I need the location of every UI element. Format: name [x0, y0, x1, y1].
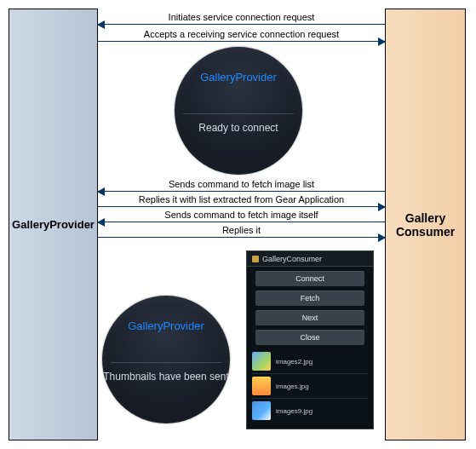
- list-item[interactable]: images9.jpg: [252, 398, 368, 423]
- arrow-reply-list-label: Replies it with list extracted from Gear…: [98, 194, 385, 204]
- thumbnail-icon: [252, 377, 271, 395]
- close-button[interactable]: Close: [255, 330, 364, 345]
- watch-divider: [111, 362, 221, 363]
- file-name: images.jpg: [276, 383, 309, 390]
- arrow-fetch-image-label: Sends command to fetch image itself: [98, 210, 385, 220]
- file-name: images2.jpg: [276, 358, 313, 366]
- list-item[interactable]: images.jpg: [252, 373, 368, 398]
- watch-face-ready: GalleryProvider Ready to connect: [175, 47, 302, 175]
- provider-box: GalleryProvider: [9, 9, 98, 440]
- watch-title: GalleryProvider: [175, 71, 302, 83]
- arrow-fetch-list: Sends command to fetch image list: [98, 191, 385, 192]
- file-name: images9.jpg: [276, 407, 313, 415]
- app-icon: [252, 256, 259, 262]
- watch-title: GalleryProvider: [102, 319, 230, 332]
- arrowhead-right-icon: [378, 37, 386, 46]
- arrowhead-left-icon: [97, 20, 105, 29]
- arrow-fetch-list-label: Sends command to fetch image list: [98, 179, 385, 189]
- list-item[interactable]: images2.jpg: [252, 349, 368, 373]
- watch-divider: [183, 113, 294, 114]
- thumbnail-list: images2.jpg images.jpg images9.jpg: [252, 349, 368, 423]
- consumer-box-label: Gallery Consumer: [386, 208, 465, 242]
- watch-face-sent: GalleryProvider Thumbnails have been sen…: [102, 296, 230, 423]
- consumer-box: Gallery Consumer: [385, 9, 466, 440]
- next-button[interactable]: Next: [255, 310, 364, 325]
- phone-mock: GalleryConsumer Connect Fetch Next Close…: [246, 250, 374, 429]
- arrowhead-right-icon: [378, 233, 386, 242]
- arrow-initiate-label: Initiates service connection request: [98, 12, 385, 22]
- arrow-accept: Accepts a receiving service connection r…: [98, 41, 385, 42]
- arrow-fetch-image: Sends command to fetch image itself: [98, 222, 385, 222]
- thumbnail-icon: [252, 401, 271, 420]
- phone-title: GalleryConsumer: [262, 255, 322, 263]
- arrow-reply-image-label: Replies it: [98, 225, 385, 235]
- phone-titlebar: GalleryConsumer: [247, 251, 373, 267]
- thumbnail-icon: [252, 352, 271, 371]
- fetch-button[interactable]: Fetch: [255, 291, 364, 306]
- provider-box-label: GalleryProvider: [9, 215, 98, 234]
- arrow-reply-image: Replies it: [98, 237, 385, 238]
- watch-status: Ready to connect: [175, 122, 302, 135]
- connect-button[interactable]: Connect: [255, 271, 364, 286]
- watch-status: Thumbnails have been sent: [102, 371, 230, 384]
- arrow-reply-list: Replies it with list extracted from Gear…: [98, 206, 385, 207]
- arrow-accept-label: Accepts a receiving service connection r…: [98, 29, 385, 39]
- arrow-initiate: Initiates service connection request: [98, 24, 385, 25]
